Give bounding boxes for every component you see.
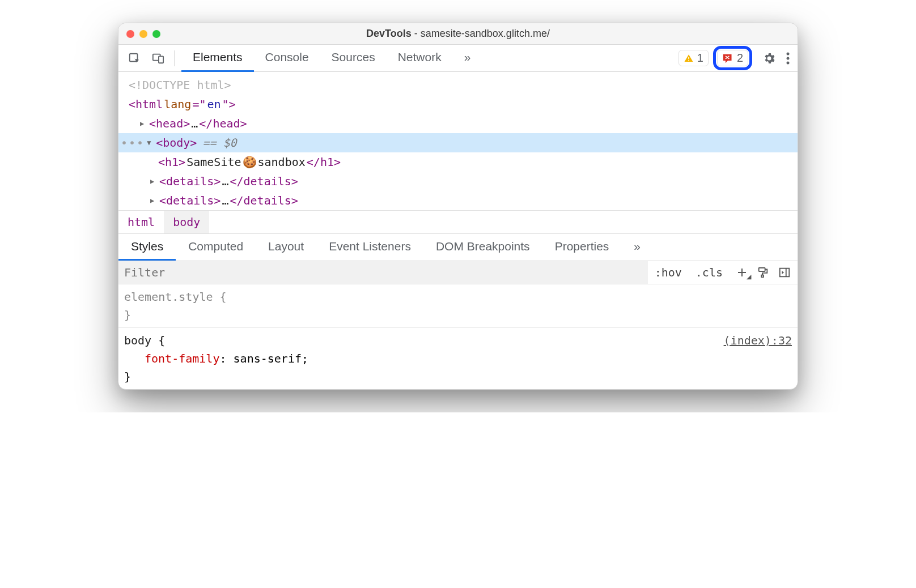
breadcrumb-html[interactable]: html [118,211,164,233]
styles-filter-row: :hov .cls ◢ [118,261,798,284]
tab-console[interactable]: Console [254,45,320,72]
tab-elements[interactable]: Elements [181,45,254,72]
dom-head[interactable]: <head>…</head> [118,114,798,133]
toggle-sidebar-icon[interactable] [778,266,791,279]
hov-toggle[interactable]: :hov [648,262,689,283]
window-titlebar: DevTools - samesite-sandbox.glitch.me/ [118,23,798,45]
svg-rect-3 [688,57,689,59]
window-title: DevTools - samesite-sandbox.glitch.me/ [118,28,798,40]
styles-tab-strip: Styles Computed Layout Event Listeners D… [118,234,798,261]
tabs-overflow-icon[interactable]: » [453,45,482,72]
cls-toggle[interactable]: .cls [689,262,730,283]
minimize-window-button[interactable] [139,30,147,38]
dom-h1[interactable]: <h1>SameSite 🍪 sandbox</h1> [118,152,798,172]
issue-error-icon [722,53,733,63]
new-style-rule-icon[interactable]: ◢ [736,267,748,278]
device-toolbar-icon[interactable] [150,50,166,66]
tab-properties[interactable]: Properties [542,234,622,261]
dom-details-1[interactable]: <details>…</details> [118,172,798,191]
status-counters: 1 2 [678,46,752,70]
styles-panel: element.style { } body { (index):32 font… [118,284,798,389]
selected-indicator: == $0 [202,133,236,152]
tab-layout[interactable]: Layout [256,234,316,261]
expand-icon[interactable] [150,176,158,187]
dom-doctype[interactable]: <!DOCTYPE html> [118,75,798,95]
issues-highlight: 2 [713,46,752,70]
tab-event-listeners[interactable]: Event Listeners [316,234,423,261]
tab-sources[interactable]: Sources [320,45,387,72]
svg-rect-9 [761,275,764,278]
dom-details-2[interactable]: <details>…</details> [118,191,798,210]
svg-rect-4 [688,60,689,61]
dom-breadcrumb: html body [118,210,798,234]
collapse-icon[interactable] [147,137,155,148]
warnings-counter[interactable]: 1 [678,50,709,66]
cookie-emoji-icon: 🍪 [243,152,257,172]
breadcrumb-body[interactable]: body [164,211,209,233]
svg-point-5 [787,52,790,55]
css-property-value[interactable]: sans-serif [234,352,302,365]
dom-tree[interactable]: <!DOCTYPE html> <html lang="en"> <head>…… [118,72,798,210]
element-style-rule[interactable]: element.style { } [118,284,798,328]
issues-count: 2 [737,52,743,65]
main-toolbar: Elements Console Sources Network » 1 [118,45,798,72]
svg-rect-8 [759,268,765,271]
devtools-window: DevTools - samesite-sandbox.glitch.me/ E… [118,23,798,390]
css-property-name[interactable]: font-family [145,352,219,365]
expand-icon[interactable] [150,195,158,206]
body-style-rule[interactable]: body { (index):32 font-family: sans-seri… [118,328,798,389]
settings-icon[interactable] [762,52,776,65]
expand-icon[interactable] [140,118,148,129]
window-title-prefix: DevTools [366,28,412,39]
main-tabs: Elements Console Sources Network » [181,45,482,72]
tab-dom-breakpoints[interactable]: DOM Breakpoints [423,234,542,261]
svg-rect-10 [780,269,790,277]
svg-rect-2 [159,56,163,63]
more-menu-icon[interactable] [786,52,790,65]
tab-network[interactable]: Network [387,45,453,72]
warnings-count: 1 [697,52,703,65]
issues-counter[interactable]: 2 [717,50,748,66]
warning-icon [684,53,694,63]
rule-source-link[interactable]: (index):32 [724,331,792,350]
dom-body-selected[interactable]: ••• <body> == $0 [118,133,798,152]
close-window-button[interactable] [126,30,134,38]
styles-filter-input[interactable] [118,261,648,284]
styles-tabs-overflow-icon[interactable]: » [621,234,653,261]
zoom-window-button[interactable] [152,30,160,38]
toolbar-separator [174,50,175,66]
svg-point-7 [787,61,790,64]
window-title-url: samesite-sandbox.glitch.me/ [421,28,550,39]
tab-computed[interactable]: Computed [176,234,256,261]
tab-styles[interactable]: Styles [118,234,176,261]
dom-html-open[interactable]: <html lang="en"> [118,95,798,114]
paint-icon[interactable] [757,266,769,279]
inspect-element-icon[interactable] [126,50,142,66]
traffic-lights [126,30,160,38]
svg-point-6 [787,57,790,59]
selected-marker-icon: ••• [118,133,145,152]
